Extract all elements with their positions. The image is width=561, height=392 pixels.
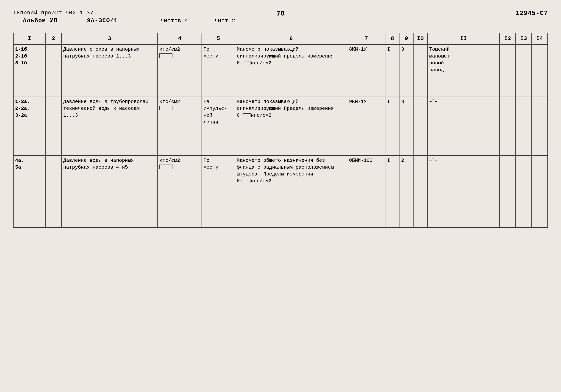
- cell-row2-col6: Манометр показывающий сигнализирующий Пр…: [235, 97, 347, 156]
- doc-number: 12945-С7: [516, 10, 548, 17]
- cell-row1-col4: кгс/см2: [158, 44, 202, 97]
- cell-row3-col4: кгс/см2: [158, 156, 202, 228]
- cell-row2-col4: кгс/см2: [158, 97, 202, 156]
- unit-label-r2: кгс/см2: [159, 98, 200, 105]
- cell-row3-col2: [45, 156, 61, 228]
- cell-row2-col7: 9КМ-1У: [347, 97, 385, 156]
- code-label: 9А-3СО/1: [87, 17, 118, 24]
- col-header-6: 6: [235, 33, 347, 44]
- cell-row3-col13: [516, 156, 532, 228]
- cell-row2-col13: [516, 97, 532, 156]
- cell-row2-col9: 3: [399, 97, 413, 156]
- cell-row1-col2: [45, 44, 61, 97]
- cell-row2-col14: [532, 97, 548, 156]
- col-header-14: I4: [532, 33, 548, 44]
- col-header-7: 7: [347, 33, 385, 44]
- cell-row1-col7: 8КМ-1У: [347, 44, 385, 97]
- cell-row1-col9: 3: [399, 44, 413, 97]
- page: Типовой проект 902-1-37 Альбом УП 9А-3СО…: [0, 0, 561, 392]
- project-label: Типовой проект 902-1-37: [13, 10, 93, 16]
- col-header-2: 2: [45, 33, 61, 44]
- cell-row3-col9: 2: [399, 156, 413, 228]
- cell-row3-col12: [500, 156, 516, 228]
- col-header-10: IO: [413, 33, 427, 44]
- cell-row1-col1: 1-1б, 2-1б, 3-1б: [13, 44, 45, 97]
- cell-row1-col13: [516, 44, 532, 97]
- table-row: 1-2а, 2-2а, 3-2а Давление воды в трубопр…: [13, 97, 548, 156]
- measure-box-r3: [159, 164, 173, 169]
- col-header-11: II: [427, 33, 500, 44]
- unit-label-r3: кгс/см2: [159, 157, 200, 164]
- cell-row2-col5: Наимпульс-нойлинии: [202, 97, 235, 156]
- cell-row3-col6: Манометр общего назначения без фланца с …: [235, 156, 347, 228]
- cell-row1-col11: Томскийманомет-ровыйзавод: [427, 44, 500, 97]
- header-line2: Альбом УП 9А-3СО/1 Листов 4 Лист 2: [13, 17, 548, 24]
- measure-box-r2: [159, 106, 173, 110]
- col-header-4: 4: [158, 33, 202, 44]
- cell-row2-col1: 1-2а, 2-2а, 3-2а: [13, 97, 45, 156]
- cell-row3-col3: Давление воды в напорных патрубках насос…: [61, 156, 158, 228]
- cell-row3-col5: Поместу: [202, 156, 235, 228]
- col-header-12: I2: [500, 33, 516, 44]
- table-row: 1-1б, 2-1б, 3-1б Давление стоков в напор…: [13, 44, 548, 97]
- col-header-9: 9: [399, 33, 413, 44]
- cell-row2-col12: [500, 97, 516, 156]
- cell-row3-col14: [532, 156, 548, 228]
- col-header-8: 8: [385, 33, 399, 44]
- cell-row2-col11: –"–: [427, 97, 500, 156]
- measure-box-r1: [159, 54, 173, 58]
- col-header-1: I: [13, 33, 45, 44]
- cell-row1-col8: I: [385, 44, 399, 97]
- cell-row1-col10: [413, 44, 427, 97]
- cell-row3-col11: –"–: [427, 156, 500, 228]
- cell-row2-col8: I: [385, 97, 399, 156]
- table-header: I 2 3 4 5 6 7 8 9 IO II I2 I3 I4: [13, 33, 548, 44]
- cell-row3-col8: I: [385, 156, 399, 228]
- cell-row1-col6: Манометр показывающий сигнализирующий пр…: [235, 44, 347, 97]
- sheets-label: Листов 4: [160, 18, 188, 24]
- col-header-5: 5: [202, 33, 235, 44]
- cell-row2-col3: Давление воды в трубопроводах техническо…: [61, 97, 158, 156]
- col-header-3: 3: [61, 33, 158, 44]
- page-number: 78: [276, 10, 284, 18]
- table-body: 1-1б, 2-1б, 3-1б Давление стоков в напор…: [13, 44, 548, 228]
- main-table: I 2 3 4 5 6 7 8 9 IO II I2 I3 I4 1-1б, 2…: [13, 33, 548, 228]
- cell-row1-col14: [532, 44, 548, 97]
- table-top-border: [13, 29, 548, 29]
- unit-label-r1: кгс/см2: [159, 46, 200, 53]
- cell-row3-col7: ОБМИ-100: [347, 156, 385, 228]
- table-row: 4а, 5а Давление воды в напорных патрубка…: [13, 156, 548, 228]
- cell-row1-col5: Поместу: [202, 44, 235, 97]
- album-label: Альбом УП: [23, 17, 57, 24]
- cell-row3-col1: 4а, 5а: [13, 156, 45, 228]
- cell-row2-col2: [45, 97, 61, 156]
- col-header-13: I3: [516, 33, 532, 44]
- cell-row2-col10: [413, 97, 427, 156]
- cell-row1-col3: Давление стоков в напорных патрубках нас…: [61, 44, 158, 97]
- header-area: Типовой проект 902-1-37 Альбом УП 9А-3СО…: [13, 10, 548, 24]
- sheet-label: Лист 2: [215, 18, 235, 24]
- cell-row1-col12: [500, 44, 516, 97]
- cell-row3-col10: [413, 156, 427, 228]
- header-row: I 2 3 4 5 6 7 8 9 IO II I2 I3 I4: [13, 33, 548, 44]
